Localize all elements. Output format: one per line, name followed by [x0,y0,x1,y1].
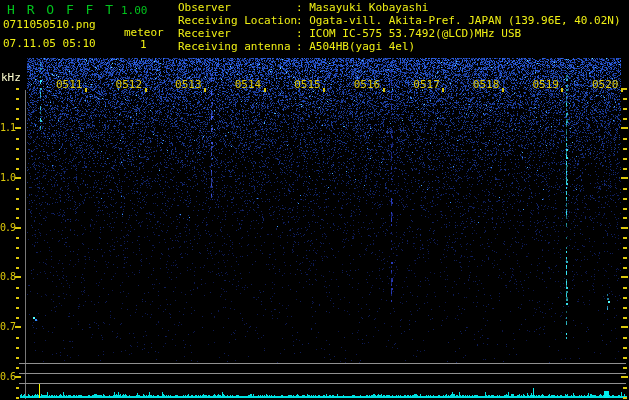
station-info: Observer: Masayuki KobayashiReceiving Lo… [178,1,621,53]
axis-tick [623,158,627,160]
frequency-label: 0.7 [0,321,15,332]
axis-tick [16,267,19,269]
info-separator: : [296,14,309,27]
axis-tick [16,148,19,150]
axis-tick [16,307,19,309]
axis-tick [16,347,19,349]
axis-tick [16,257,19,259]
axis-tick [623,367,627,369]
info-value: A504HB(yagi 4el) [309,40,415,53]
datetime-label: 07.11.05 05:10 [3,37,96,50]
axis-tick [16,118,19,120]
info-value: Ogata-vill. Akita-Pref. JAPAN (139.96E, … [309,14,620,27]
time-label: 0518 [473,78,500,91]
axis-tick [623,168,627,170]
info-label: Observer [178,1,296,14]
axis-tick [621,177,628,179]
frequency-label: 1.0 [0,172,15,183]
axis-tick [16,208,19,210]
frequency-label: 0.8 [0,271,15,282]
time-label: 0519 [532,78,559,91]
app-title: H R O F F T [7,2,115,17]
axis-tick [16,98,19,100]
axis-tick [15,326,21,328]
info-row: Observer: Masayuki Kobayashi [178,1,621,14]
axis-tick [16,247,19,249]
axis-tick [561,88,563,92]
axis-tick [85,88,87,92]
axis-tick [502,88,504,92]
axis-tick [16,188,19,190]
axis-tick [16,357,19,359]
axis-tick [623,387,627,389]
info-label: Receiving antenna [178,40,296,53]
axis-tick [16,237,19,239]
axis-tick [623,217,627,219]
axis-tick [16,168,19,170]
frequency-unit-label: kHz [1,71,21,84]
axis-tick [15,177,21,179]
axis-tick [16,108,19,110]
axis-tick [623,357,627,359]
axis-tick [16,138,19,140]
axis-tick [623,347,627,349]
axis-tick [16,397,19,399]
axis-tick [623,287,627,289]
axis-tick [621,227,628,229]
info-row: Receiver: ICOM IC-575 53.7492(@LCD)MHz U… [178,27,621,40]
time-label: 0516 [354,78,381,91]
time-label: 0513 [175,78,202,91]
spectrogram-canvas [0,0,629,400]
axis-tick [16,367,19,369]
axis-tick [623,257,627,259]
info-value: ICOM IC-575 53.7492(@LCD)MHz USB [309,27,521,40]
axis-tick [204,88,206,92]
axis-tick [16,287,19,289]
axis-tick [16,198,19,200]
info-row: Receiving antenna: A504HB(yagi 4el) [178,40,621,53]
axis-tick [623,267,627,269]
axis-tick [16,158,19,160]
axis-tick [623,138,627,140]
axis-tick [16,217,19,219]
info-separator: : [296,27,309,40]
info-value: Masayuki Kobayashi [309,1,428,14]
frequency-label: 0.9 [0,222,15,233]
axis-tick [623,307,627,309]
time-label: 0517 [413,78,440,91]
axis-tick [621,276,628,278]
axis-tick [323,88,325,92]
axis-tick [16,88,19,90]
axis-tick [264,88,266,92]
axis-tick [442,88,444,92]
axis-tick [15,276,21,278]
frequency-label: 1.1 [0,122,15,133]
axis-tick [623,247,627,249]
axis-tick [16,317,19,319]
time-label: 0514 [235,78,262,91]
axis-tick [621,127,628,129]
axis-tick [623,108,627,110]
axis-tick [623,397,627,399]
time-label: 0512 [116,78,143,91]
axis-tick [623,118,627,120]
axis-tick [623,148,627,150]
info-row: Receiving Location: Ogata-vill. Akita-Pr… [178,14,621,27]
axis-tick [623,297,627,299]
axis-tick [16,387,19,389]
time-label: 0511 [56,78,83,91]
output-filename: 0711050510.png [3,18,96,31]
info-separator: : [296,40,309,53]
axis-tick [15,127,21,129]
axis-tick [623,188,627,190]
count-label: 1 [140,38,147,51]
axis-tick [621,376,628,378]
info-separator: : [296,1,309,14]
axis-tick [623,208,627,210]
axis-tick [623,88,627,90]
axis-tick [16,337,19,339]
time-label: 0520 [592,78,619,91]
app-version: 1.00 [121,4,148,17]
frequency-label: 0.6 [0,371,15,382]
axis-tick [623,317,627,319]
